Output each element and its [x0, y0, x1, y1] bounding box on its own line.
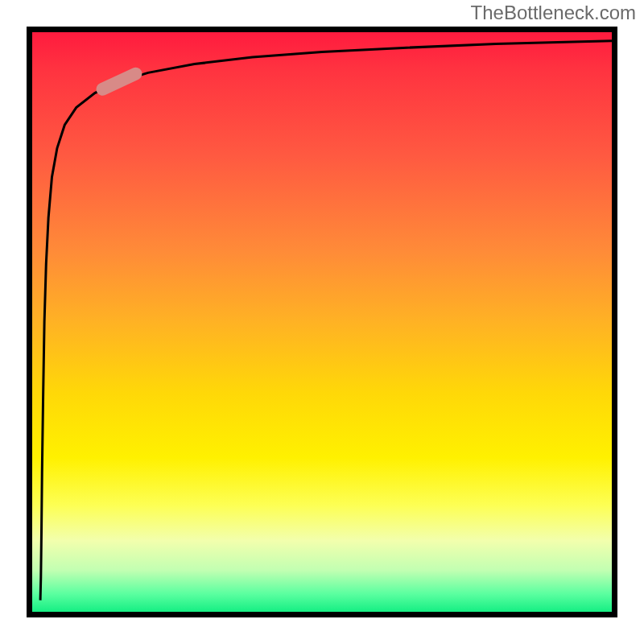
axis-frame-left	[27, 27, 32, 617]
plot-area	[27, 27, 617, 617]
tradeoff-curve	[40, 41, 612, 601]
axis-frame-top	[27, 27, 617, 32]
watermark-text: TheBottleneck.com	[471, 2, 636, 24]
curve-layer	[27, 27, 617, 617]
selection-pill	[94, 65, 144, 97]
svg-rect-0	[94, 65, 144, 97]
axis-frame-right	[612, 27, 617, 617]
chart-root: TheBottleneck.com	[0, 0, 644, 644]
axis-frame-bottom	[27, 612, 617, 617]
